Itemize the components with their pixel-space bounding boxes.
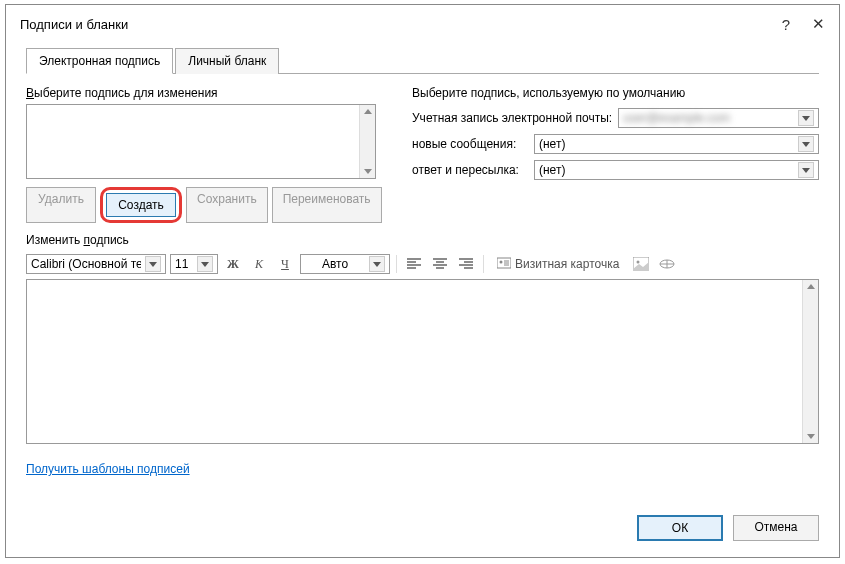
italic-button[interactable]: К bbox=[248, 253, 270, 275]
dialog-title: Подписи и бланки bbox=[20, 17, 128, 32]
dialog-content: Электронная подпись Личный бланк Выберит… bbox=[6, 43, 839, 503]
account-label: Учетная запись электронной почты: bbox=[412, 111, 612, 125]
default-signature-heading: Выберите подпись, используемую по умолча… bbox=[412, 86, 819, 100]
reply-forward-combo[interactable]: (нет) bbox=[534, 160, 819, 180]
save-button[interactable]: Сохранить bbox=[186, 187, 268, 223]
signature-listbox[interactable] bbox=[26, 104, 376, 179]
listbox-scrollbar[interactable] bbox=[359, 105, 375, 178]
rename-button[interactable]: Переименовать bbox=[272, 187, 382, 223]
account-combo[interactable]: user@example.com bbox=[618, 108, 819, 128]
close-icon[interactable]: ✕ bbox=[812, 15, 825, 33]
tab-stationery[interactable]: Личный бланк bbox=[175, 48, 279, 74]
font-size-combo[interactable]: 11 bbox=[170, 254, 218, 274]
new-messages-combo[interactable]: (нет) bbox=[534, 134, 819, 154]
templates-link[interactable]: Получить шаблоны подписей bbox=[26, 462, 819, 476]
svg-point-1 bbox=[500, 260, 503, 263]
business-card-button[interactable]: Визитная карточка bbox=[490, 254, 626, 275]
font-color-combo[interactable]: Авто bbox=[300, 254, 390, 274]
right-panel: Выберите подпись, используемую по умолча… bbox=[412, 86, 819, 223]
new-messages-value: (нет) bbox=[539, 137, 794, 151]
cancel-button[interactable]: Отмена bbox=[733, 515, 819, 541]
ok-button[interactable]: ОК bbox=[637, 515, 723, 541]
business-card-label: Визитная карточка bbox=[515, 257, 619, 271]
chevron-down-icon bbox=[798, 110, 814, 126]
signature-editor[interactable] bbox=[26, 279, 819, 444]
delete-button[interactable]: Удалить bbox=[26, 187, 96, 223]
create-button[interactable]: Создать bbox=[106, 193, 176, 217]
new-messages-label: новые сообщения: bbox=[412, 137, 528, 151]
chevron-down-icon bbox=[197, 256, 213, 272]
edit-signature-label: Изменить подпись bbox=[26, 233, 819, 247]
tab-bar: Электронная подпись Личный бланк bbox=[26, 47, 819, 74]
chevron-down-icon bbox=[798, 162, 814, 178]
reply-forward-label: ответ и пересылка: bbox=[412, 163, 528, 177]
signatures-dialog: Подписи и бланки ? ✕ Электронная подпись… bbox=[5, 4, 840, 558]
window-controls: ? ✕ bbox=[782, 15, 825, 33]
insert-link-button[interactable] bbox=[656, 253, 678, 275]
tab-signature[interactable]: Электронная подпись bbox=[26, 48, 173, 74]
editor-scrollbar[interactable] bbox=[802, 280, 818, 443]
account-value: user@example.com bbox=[623, 111, 794, 125]
titlebar: Подписи и бланки ? ✕ bbox=[6, 5, 839, 43]
chevron-down-icon bbox=[369, 256, 385, 272]
insert-image-button[interactable] bbox=[630, 253, 652, 275]
signature-buttons: Удалить Создать Сохранить Переименовать bbox=[26, 187, 396, 223]
align-right-button[interactable] bbox=[455, 253, 477, 275]
separator bbox=[483, 255, 484, 273]
chevron-down-icon bbox=[145, 256, 161, 272]
left-panel: Выберите подпись для изменения Удалить С… bbox=[26, 86, 396, 223]
separator bbox=[396, 255, 397, 273]
align-left-button[interactable] bbox=[403, 253, 425, 275]
create-button-highlight: Создать bbox=[100, 187, 182, 223]
bold-button[interactable]: Ж bbox=[222, 253, 244, 275]
align-center-button[interactable] bbox=[429, 253, 451, 275]
reply-forward-value: (нет) bbox=[539, 163, 794, 177]
font-combo[interactable]: Calibri (Основной те bbox=[26, 254, 166, 274]
underline-button[interactable]: Ч bbox=[274, 253, 296, 275]
chevron-down-icon bbox=[798, 136, 814, 152]
select-signature-label: Выберите подпись для изменения bbox=[26, 86, 396, 100]
svg-point-3 bbox=[637, 261, 640, 264]
dialog-footer: ОК Отмена bbox=[6, 503, 839, 557]
help-icon[interactable]: ? bbox=[782, 16, 790, 33]
format-toolbar: Calibri (Основной те 11 Ж К Ч Авто Визит… bbox=[26, 253, 819, 275]
business-card-icon bbox=[497, 257, 511, 272]
